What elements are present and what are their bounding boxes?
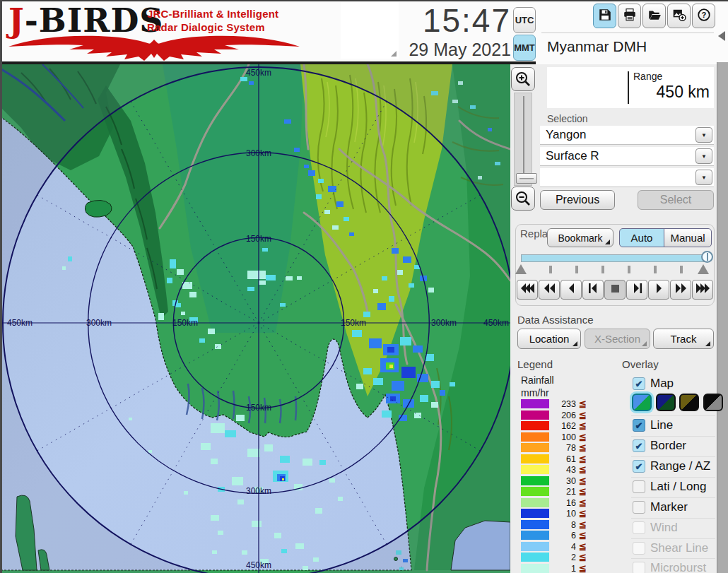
radar-echo bbox=[373, 378, 383, 385]
ring-label: 150km bbox=[172, 318, 198, 328]
map-style-swatch-4[interactable] bbox=[703, 394, 723, 411]
legend-le-symbol: ≦ bbox=[579, 442, 587, 453]
checkbox[interactable] bbox=[633, 542, 645, 555]
logo-subtitle-2: Radar Dialogic System bbox=[147, 21, 265, 33]
overlay-item-wind: Wind bbox=[631, 518, 715, 538]
replay-range-start-marker[interactable] bbox=[515, 264, 527, 274]
radar-echo bbox=[349, 232, 354, 236]
zoom-out-button[interactable] bbox=[511, 187, 535, 211]
panel-collapse-icon[interactable] bbox=[718, 31, 725, 41]
open-folder-icon bbox=[647, 8, 662, 25]
selection-label: Selection bbox=[547, 113, 588, 124]
selection-dropdown-2[interactable]: Surface R▼ bbox=[540, 147, 714, 166]
help-button[interactable]: ? bbox=[692, 4, 715, 28]
legend-value: 1 bbox=[551, 564, 576, 573]
checkbox[interactable] bbox=[633, 501, 645, 514]
fast-forward-3-button[interactable] bbox=[692, 280, 713, 300]
fast-rewind-3-button[interactable] bbox=[517, 280, 538, 300]
selection-dropdown-3[interactable]: ▼ bbox=[540, 168, 714, 187]
add-image-button[interactable] bbox=[667, 4, 691, 28]
replay-range-end-marker[interactable] bbox=[698, 264, 709, 274]
chevron-down-icon[interactable]: ▼ bbox=[695, 127, 712, 143]
radar-echo bbox=[249, 81, 254, 85]
map-style-swatch-3[interactable] bbox=[679, 394, 699, 411]
map-style-swatch-2[interactable] bbox=[656, 394, 676, 411]
chevron-down-icon[interactable]: ▼ bbox=[695, 148, 712, 164]
menu-corner-icon bbox=[573, 341, 577, 346]
zoom-slider-track[interactable] bbox=[514, 93, 532, 186]
save-button[interactable] bbox=[593, 4, 616, 28]
checkbox[interactable]: ✔ bbox=[633, 439, 645, 452]
legend-color-swatch bbox=[521, 432, 549, 442]
reverse-play-button[interactable] bbox=[560, 280, 582, 300]
legend-le-symbol: ≦ bbox=[579, 475, 587, 486]
manual-button[interactable]: Manual bbox=[664, 228, 712, 247]
ring-label: 300km bbox=[86, 318, 112, 328]
location-button[interactable]: Location bbox=[517, 329, 581, 349]
utc-button[interactable]: UTC bbox=[513, 7, 536, 33]
chevron-down-icon[interactable]: ▼ bbox=[695, 170, 712, 185]
radar-echo bbox=[252, 521, 262, 527]
open-folder-button[interactable] bbox=[642, 4, 666, 28]
track-button[interactable]: Track bbox=[653, 329, 714, 349]
radar-echo bbox=[440, 390, 445, 396]
radar-echo bbox=[232, 477, 243, 485]
zoom-in-button[interactable] bbox=[511, 67, 535, 91]
checkbox[interactable]: ✔ bbox=[633, 377, 645, 390]
radar-echo bbox=[199, 338, 205, 343]
overlay-item-label: Line bbox=[650, 418, 673, 432]
overlay-item-label: Range / AZ bbox=[650, 459, 710, 473]
play-button[interactable] bbox=[648, 280, 669, 300]
radar-echo bbox=[297, 276, 302, 280]
replay-slider-handle[interactable] bbox=[701, 251, 713, 263]
play-icon bbox=[652, 283, 667, 297]
map-style-swatch-1[interactable] bbox=[632, 394, 652, 411]
bookmark-button[interactable]: Bookmark bbox=[547, 228, 613, 247]
legend-row: 10≦ bbox=[521, 509, 613, 519]
legend-value: 78 bbox=[551, 443, 576, 453]
selection-dropdown-1[interactable]: Yangon▼ bbox=[540, 126, 714, 145]
radar-echo bbox=[329, 478, 335, 483]
dropdown-value: Yangon bbox=[546, 128, 586, 142]
radar-echo bbox=[336, 201, 344, 207]
clock-time: 15:47 bbox=[392, 1, 511, 40]
x-section-button[interactable]: X-Section bbox=[585, 329, 650, 349]
checkbox[interactable]: ✔ bbox=[633, 460, 645, 473]
radar-echo bbox=[158, 313, 164, 320]
radar-echo bbox=[218, 531, 223, 535]
previous-button[interactable]: Previous bbox=[540, 190, 615, 210]
checkbox[interactable]: ✔ bbox=[633, 419, 645, 432]
radar-echo bbox=[177, 269, 184, 275]
radar-echo bbox=[211, 515, 219, 521]
skip-to-end-button[interactable] bbox=[626, 280, 647, 300]
legend-color-swatch bbox=[521, 520, 549, 529]
legend-le-symbol: ≦ bbox=[579, 486, 587, 497]
replay-timeline-slider[interactable] bbox=[521, 254, 708, 262]
skip-to-start-button[interactable] bbox=[582, 280, 604, 300]
radar-echo bbox=[338, 497, 343, 501]
select-button[interactable]: Select bbox=[638, 190, 714, 210]
legend-le-symbol: ≦ bbox=[579, 432, 587, 442]
checkbox[interactable] bbox=[633, 562, 645, 573]
legend-value: 162 bbox=[551, 421, 576, 431]
radar-map[interactable]: 450km 300km 150km 150km 300km 450km 450k… bbox=[0, 64, 510, 573]
reverse-play-icon bbox=[564, 283, 579, 297]
stop-button[interactable] bbox=[604, 280, 626, 300]
fast-rewind-2-button[interactable] bbox=[539, 280, 560, 300]
radar-echo bbox=[247, 271, 266, 279]
legend-row: 1≦ bbox=[521, 564, 613, 573]
checkbox[interactable] bbox=[633, 521, 645, 534]
auto-button[interactable]: Auto bbox=[619, 228, 664, 247]
radar-echo bbox=[211, 459, 218, 464]
print-button[interactable] bbox=[618, 4, 641, 28]
station-name: Myanmar DMH bbox=[547, 38, 647, 55]
fast-forward-2-button[interactable] bbox=[670, 280, 691, 300]
checkbox[interactable] bbox=[633, 480, 645, 493]
radar-echo bbox=[332, 225, 339, 230]
zoom-slider-thumb[interactable] bbox=[516, 173, 537, 184]
mmt-button[interactable]: MMT bbox=[513, 35, 536, 61]
range-value: 450 km bbox=[657, 83, 710, 102]
legend-row: 2≦ bbox=[521, 553, 613, 562]
slider-tick bbox=[680, 266, 683, 273]
radar-echo bbox=[294, 148, 300, 152]
